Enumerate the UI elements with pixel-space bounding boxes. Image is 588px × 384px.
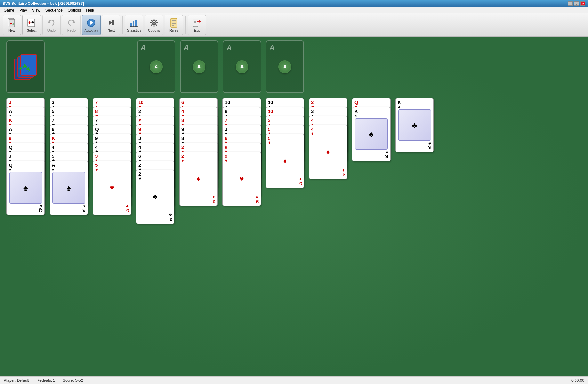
foundation-1-label: A xyxy=(141,44,146,52)
foundation-4[interactable]: A A xyxy=(266,40,304,93)
card-col2-7[interactable]: A ♠ A ♠ ♠ xyxy=(50,161,88,215)
svg-marker-34 xyxy=(199,20,201,23)
foundation-1[interactable]: A A xyxy=(137,40,175,93)
svg-text:♠: ♠ xyxy=(12,22,14,26)
player-status: Player: Default xyxy=(4,378,29,383)
menu-game[interactable]: Game xyxy=(1,7,17,13)
options-icon xyxy=(149,18,159,28)
rules-label: Rules xyxy=(169,28,178,32)
foundation-3[interactable]: A A xyxy=(223,40,261,93)
redeals-status: Redeals: 1 xyxy=(37,378,55,383)
svg-line-26 xyxy=(151,24,152,26)
next-button[interactable]: Next xyxy=(102,15,120,35)
foundation-2-label: A xyxy=(184,44,189,52)
close-button[interactable]: ✕ xyxy=(580,1,585,6)
redo-label: Redo xyxy=(67,28,76,32)
menu-sequence[interactable]: Sequence xyxy=(43,7,65,13)
autoplay-label: Autoplay xyxy=(85,28,98,32)
svg-point-18 xyxy=(153,22,155,24)
card-col9-1[interactable]: K ♠ K ♠ ♠ xyxy=(352,107,391,161)
window-title: BVS Solitaire Collection - Usk [#2691682… xyxy=(3,1,84,6)
title-bar-controls: ─ □ ✕ xyxy=(568,1,585,6)
undo-icon xyxy=(46,18,57,28)
svg-marker-7 xyxy=(48,21,51,23)
foundation-3-icon: A xyxy=(236,60,248,73)
foundation-3-label: A xyxy=(227,44,232,52)
svg-line-25 xyxy=(156,20,157,21)
menu-bar: Game Play View Sequence Options Help xyxy=(0,7,588,13)
new-icon: ♥ ♠ xyxy=(7,18,17,28)
card-col6-6[interactable]: 9 ♥ 9 ♥ ♥ xyxy=(222,152,261,206)
statistics-label: Statistics xyxy=(127,28,141,32)
undo-label: Undo xyxy=(47,28,56,32)
card-col1-7[interactable]: Q ♠ Q ♠ ♠ xyxy=(6,161,45,215)
svg-rect-14 xyxy=(133,21,134,27)
card-col8-3[interactable]: 4 ♦ 4 ♦ ♦ xyxy=(309,125,347,179)
card-col3-7[interactable]: 5 ♥ 5 ♥ ♥ xyxy=(93,161,131,215)
card-col10-0[interactable]: K ♣ K ♣ ♣ xyxy=(395,98,434,152)
next-icon xyxy=(106,18,116,28)
card-col5-6[interactable]: 2 ♦ 2 ♦ ♦ xyxy=(179,152,218,206)
exit-icon xyxy=(192,18,202,28)
statistics-button[interactable]: Statistics xyxy=(125,15,143,35)
redeals-label: Redeals: 1 xyxy=(37,378,55,383)
time-label: 0:00:00 xyxy=(571,378,584,383)
menu-help[interactable]: Help xyxy=(84,7,97,13)
foundation-2-icon: A xyxy=(193,60,205,73)
score-label: Score: S-52 xyxy=(63,378,83,383)
exit-button[interactable]: Exit xyxy=(188,15,206,35)
score-status: Score: S-52 xyxy=(63,378,83,383)
card-col7-4[interactable]: 5 ♦ 5 ♦ ♦ xyxy=(266,134,304,188)
status-bar: Player: Default Redeals: 1 Score: S-52 0… xyxy=(0,376,588,384)
svg-rect-13 xyxy=(130,23,132,27)
menu-options[interactable]: Options xyxy=(65,7,84,13)
svg-text:♦: ♦ xyxy=(28,20,31,25)
rules-icon xyxy=(169,18,179,28)
options-label: Options xyxy=(148,28,160,32)
svg-line-24 xyxy=(156,24,157,26)
svg-rect-27 xyxy=(171,18,177,27)
select-label: Select xyxy=(27,28,37,32)
title-bar: BVS Solitaire Collection - Usk [#2691682… xyxy=(0,0,588,7)
exit-label: Exit xyxy=(194,28,200,32)
foundation-4-icon: A xyxy=(278,60,291,73)
menu-play[interactable]: Play xyxy=(17,7,29,13)
statistics-icon xyxy=(129,18,139,28)
toolbar-divider-2 xyxy=(185,16,186,34)
svg-text:♥: ♥ xyxy=(10,21,12,26)
autoplay-icon xyxy=(86,18,96,28)
options-button[interactable]: Options xyxy=(145,15,163,35)
svg-line-23 xyxy=(151,20,152,21)
autoplay-button[interactable]: Autoplay xyxy=(82,15,101,35)
toolbar: ♥ ♠ New ♦ ♣ Select Undo xyxy=(0,13,588,37)
new-button[interactable]: ♥ ♠ New xyxy=(3,15,21,35)
player-label: Player: Default xyxy=(4,378,29,383)
svg-marker-11 xyxy=(109,20,112,25)
menu-view[interactable]: View xyxy=(29,7,43,13)
new-label: New xyxy=(8,28,15,32)
foundation-2[interactable]: A A xyxy=(180,40,218,93)
svg-text:♣: ♣ xyxy=(31,20,34,25)
maximize-button[interactable]: □ xyxy=(574,1,579,6)
toolbar-divider-1 xyxy=(122,16,123,34)
svg-marker-8 xyxy=(72,21,75,23)
time-status: 0:00:00 xyxy=(571,378,584,383)
rules-button[interactable]: Rules xyxy=(165,15,183,35)
minimize-button[interactable]: ─ xyxy=(568,1,573,6)
next-label: Next xyxy=(108,28,115,32)
undo-button[interactable]: Undo xyxy=(42,15,61,35)
card-col4-8[interactable]: 2 ♣ 2 ♣ ♣ xyxy=(136,170,174,224)
foundation-1-icon: A xyxy=(150,60,163,73)
svg-rect-15 xyxy=(135,20,137,27)
stock-pile[interactable]: ♣ ♠ ♣ xyxy=(6,40,45,93)
select-icon: ♦ ♣ xyxy=(27,18,37,28)
redo-button[interactable]: Redo xyxy=(62,15,81,35)
game-area: ♣ ♠ ♣ A A A A A A A A J ♥ J ♥ ♥ A xyxy=(0,37,588,376)
select-button[interactable]: ♦ ♣ Select xyxy=(22,15,41,35)
foundation-4-label: A xyxy=(270,44,275,52)
redo-icon xyxy=(66,18,77,28)
svg-rect-12 xyxy=(112,20,114,25)
